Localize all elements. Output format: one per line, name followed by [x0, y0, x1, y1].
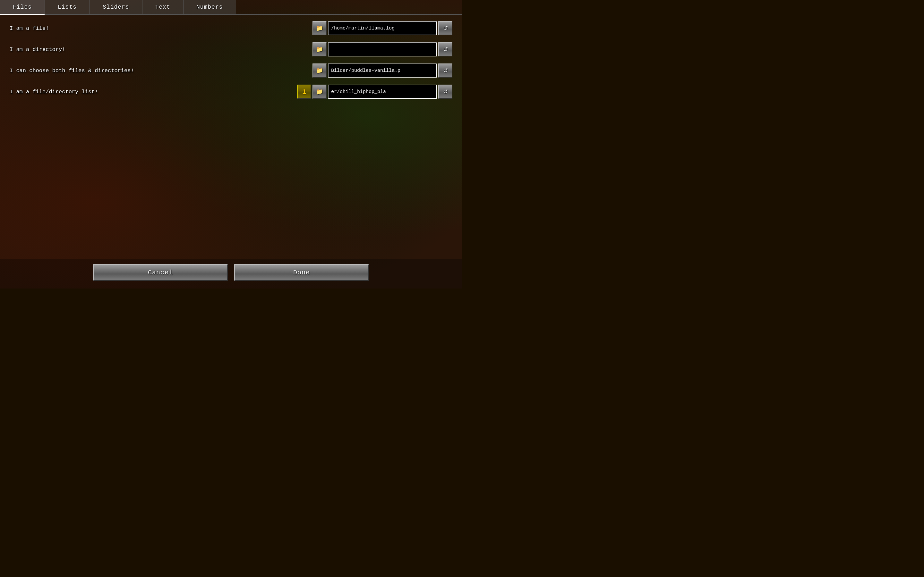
row-2-reset-button[interactable]: ↺	[438, 42, 452, 56]
tab-lists[interactable]: Lists	[45, 0, 90, 14]
row-2-folder-button[interactable]: 📁	[312, 42, 326, 56]
file-row-3: I can choose both files & directories! 📁…	[10, 63, 452, 77]
number-value: 1	[302, 88, 306, 95]
folder-icon: 📁	[316, 25, 323, 32]
row-3-label: I can choose both files & directories!	[10, 68, 310, 74]
row-1-folder-button[interactable]: 📁	[312, 21, 326, 35]
file-row-1: I am a file! 📁 ↺	[10, 21, 452, 35]
tab-files[interactable]: Files	[0, 0, 45, 14]
row-3-reset-button[interactable]: ↺	[438, 63, 452, 77]
content-area: I am a file! 📁 ↺ I am a directory! 📁	[0, 15, 462, 259]
reset-icon: ↺	[443, 67, 448, 74]
file-row-2: I am a directory! 📁 ↺	[10, 42, 452, 56]
row-1-label: I am a file!	[10, 25, 310, 31]
row-2-controls: 📁 ↺	[312, 42, 452, 56]
tabs-bar: Files Lists Sliders Text Numbers	[0, 0, 462, 15]
tab-text[interactable]: Text	[142, 0, 184, 14]
row-1-input[interactable]	[328, 21, 437, 35]
tab-numbers[interactable]: Numbers	[184, 0, 236, 14]
row-1-reset-button[interactable]: ↺	[438, 21, 452, 35]
row-4-controls: 1 📁 ↺	[297, 85, 452, 99]
row-1-controls: 📁 ↺	[312, 21, 452, 35]
row-4-reset-button[interactable]: ↺	[438, 85, 452, 99]
row-2-input[interactable]	[328, 42, 437, 56]
row-3-controls: 📁 ↺	[312, 63, 452, 77]
row-4-label: I am a file/directory list!	[10, 89, 294, 95]
reset-icon: ↺	[443, 88, 448, 95]
folder-icon: 📁	[316, 88, 323, 95]
footer: Cancel Done	[0, 259, 462, 288]
file-row-4: I am a file/directory list! 1 📁 ↺	[10, 85, 452, 99]
tab-sliders[interactable]: Sliders	[90, 0, 142, 14]
row-4-folder-button[interactable]: 📁	[312, 85, 326, 99]
row-4-input[interactable]	[328, 85, 437, 99]
row-4-number-button[interactable]: 1	[297, 85, 311, 99]
cancel-button[interactable]: Cancel	[93, 264, 228, 281]
row-2-label: I am a directory!	[10, 47, 310, 53]
row-3-folder-button[interactable]: 📁	[312, 63, 326, 77]
done-button[interactable]: Done	[234, 264, 369, 281]
folder-icon: 📁	[316, 46, 323, 53]
reset-icon: ↺	[443, 46, 448, 53]
folder-icon: 📁	[316, 67, 323, 74]
dialog: Files Lists Sliders Text Numbers I am a …	[0, 0, 462, 288]
reset-icon: ↺	[443, 25, 448, 32]
row-3-input[interactable]	[328, 63, 437, 77]
